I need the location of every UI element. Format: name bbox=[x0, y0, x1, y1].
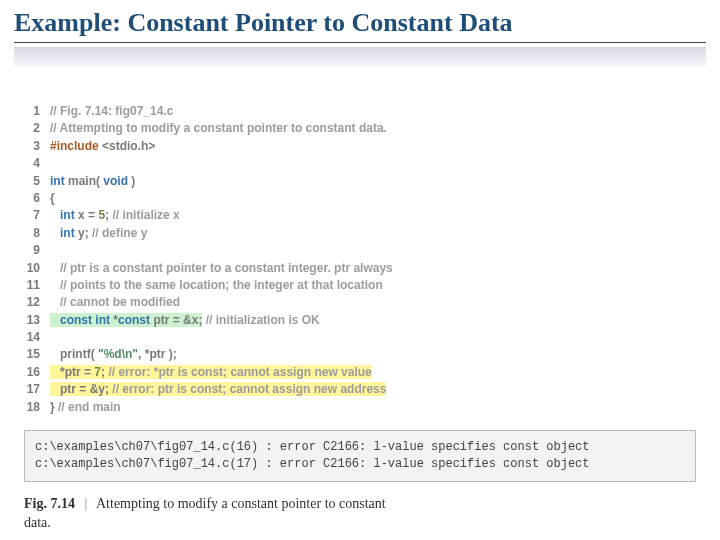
code-line: 2// Attempting to modify a constant poin… bbox=[24, 120, 706, 137]
code-listing: 1// Fig. 7.14: fig07_14.c2// Attempting … bbox=[24, 103, 706, 416]
code-content: int x = 5; // initialize x bbox=[50, 207, 706, 224]
highlight-yellow: ptr = &y; // error: ptr is const; cannot… bbox=[50, 382, 386, 396]
code-line: 3#include <stdio.h> bbox=[24, 138, 706, 155]
output-line: c:\examples\ch07\fig07_14.c(16) : error … bbox=[35, 439, 685, 456]
code-content: // points to the same location; the inte… bbox=[50, 277, 706, 294]
code-line: 17 ptr = &y; // error: ptr is const; can… bbox=[24, 381, 706, 398]
code-line: 7 int x = 5; // initialize x bbox=[24, 207, 706, 224]
figure-caption: Fig. 7.14 | Attempting to modify a const… bbox=[24, 494, 706, 533]
line-number: 5 bbox=[24, 173, 50, 190]
line-number: 8 bbox=[24, 225, 50, 242]
code-content bbox=[50, 242, 706, 259]
code-line: 4 bbox=[24, 155, 706, 172]
line-number: 1 bbox=[24, 103, 50, 120]
line-number: 12 bbox=[24, 294, 50, 311]
line-number: 4 bbox=[24, 155, 50, 172]
line-number: 7 bbox=[24, 207, 50, 224]
code-line: 8 int y; // define y bbox=[24, 225, 706, 242]
code-content: int y; // define y bbox=[50, 225, 706, 242]
highlight-yellow: *ptr = 7; // error: *ptr is const; canno… bbox=[50, 365, 372, 379]
code-line: 5int main( void ) bbox=[24, 173, 706, 190]
code-content: // Fig. 7.14: fig07_14.c bbox=[50, 103, 706, 120]
code-line: 13 const int *const ptr = &x; // initial… bbox=[24, 312, 706, 329]
line-number: 18 bbox=[24, 399, 50, 416]
code-content: // ptr is a constant pointer to a consta… bbox=[50, 260, 706, 277]
line-number: 3 bbox=[24, 138, 50, 155]
caption-text: data. bbox=[24, 515, 51, 530]
code-content: const int *const ptr = &x; // initializa… bbox=[50, 312, 706, 329]
code-line: 16 *ptr = 7; // error: *ptr is const; ca… bbox=[24, 364, 706, 381]
slide-title: Example: Constant Pointer to Constant Da… bbox=[14, 8, 706, 43]
code-line: 10 // ptr is a constant pointer to a con… bbox=[24, 260, 706, 277]
line-number: 16 bbox=[24, 364, 50, 381]
code-content: int main( void ) bbox=[50, 173, 706, 190]
code-content: ptr = &y; // error: ptr is const; cannot… bbox=[50, 381, 706, 398]
line-number: 17 bbox=[24, 381, 50, 398]
code-line: 11 // points to the same location; the i… bbox=[24, 277, 706, 294]
output-line: c:\examples\ch07\fig07_14.c(17) : error … bbox=[35, 456, 685, 473]
code-content bbox=[50, 155, 706, 172]
code-content: printf( "%d\n", *ptr ); bbox=[50, 346, 706, 363]
line-number: 15 bbox=[24, 346, 50, 363]
code-content: #include <stdio.h> bbox=[50, 138, 706, 155]
code-line: 18} // end main bbox=[24, 399, 706, 416]
compiler-output: c:\examples\ch07\fig07_14.c(16) : error … bbox=[24, 430, 696, 482]
line-number: 9 bbox=[24, 242, 50, 259]
title-underline-gradient bbox=[14, 47, 706, 67]
figure-label: Fig. 7.14 bbox=[24, 496, 75, 511]
code-line: 15 printf( "%d\n", *ptr ); bbox=[24, 346, 706, 363]
line-number: 11 bbox=[24, 277, 50, 294]
code-line: 14 bbox=[24, 329, 706, 346]
code-line: 9 bbox=[24, 242, 706, 259]
code-content: { bbox=[50, 190, 706, 207]
code-content: *ptr = 7; // error: *ptr is const; canno… bbox=[50, 364, 706, 381]
line-number: 14 bbox=[24, 329, 50, 346]
caption-text: Attempting to modify a constant pointer … bbox=[96, 496, 386, 511]
code-content: // cannot be modified bbox=[50, 294, 706, 311]
code-content: // Attempting to modify a constant point… bbox=[50, 120, 706, 137]
line-number: 13 bbox=[24, 312, 50, 329]
line-number: 2 bbox=[24, 120, 50, 137]
highlight-green: const int *const ptr = &x; bbox=[50, 313, 202, 327]
line-number: 6 bbox=[24, 190, 50, 207]
slide: Example: Constant Pointer to Constant Da… bbox=[0, 0, 720, 540]
caption-divider: | bbox=[84, 496, 87, 511]
code-content: } // end main bbox=[50, 399, 706, 416]
code-line: 6{ bbox=[24, 190, 706, 207]
code-content bbox=[50, 329, 706, 346]
line-number: 10 bbox=[24, 260, 50, 277]
code-line: 1// Fig. 7.14: fig07_14.c bbox=[24, 103, 706, 120]
code-line: 12 // cannot be modified bbox=[24, 294, 706, 311]
